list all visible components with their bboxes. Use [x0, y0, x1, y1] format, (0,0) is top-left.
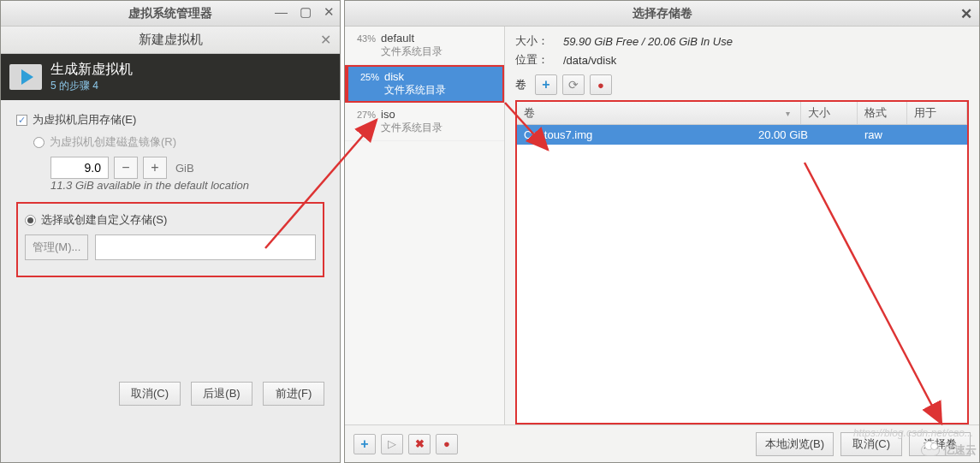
storage-path-input[interactable] — [95, 234, 316, 260]
col-fmt[interactable]: 格式 — [858, 102, 907, 124]
enable-storage-checkbox[interactable] — [16, 115, 27, 126]
plus-icon: + — [360, 436, 368, 452]
dialog-close-icon[interactable]: ✕ — [320, 32, 331, 48]
pool-detail: 大小： 59.90 GiB Free / 20.06 GiB In Use 位置… — [505, 27, 979, 424]
volume-fmt: raw — [858, 125, 907, 145]
select-volume-window: 选择存储卷 ✕ 43% default文件系统目录 25% disk文件系统目录… — [344, 0, 980, 463]
custom-storage-box: 选择或创建自定义存储(S) 管理(M)... — [16, 202, 324, 277]
size-value: 59.90 GiB Free / 20.06 GiB In Use — [563, 35, 733, 48]
col-size[interactable]: 大小 — [801, 102, 858, 124]
delete-volume-button[interactable]: ● — [590, 74, 612, 95]
delete-pool-button[interactable]: ● — [436, 434, 458, 454]
select-volume-title: 选择存储卷 — [633, 6, 692, 21]
stop-pool-button[interactable]: ✖ — [408, 434, 431, 454]
local-browse-button[interactable]: 本地浏览(B) — [756, 432, 834, 456]
volume-close-icon[interactable]: ✕ — [960, 5, 972, 23]
banner-step: 5 的步骤 4 — [50, 79, 133, 93]
volume-cancel-button[interactable]: 取消(C) — [840, 432, 902, 456]
maximize-icon[interactable]: ▢ — [300, 4, 312, 20]
minimize-icon[interactable]: — — [275, 4, 288, 20]
custom-storage-radio[interactable] — [25, 215, 36, 226]
delete-icon: ● — [443, 437, 450, 450]
size-label: 大小： — [515, 33, 556, 49]
vm-manager-title: 虚拟系统管理器 — [128, 6, 212, 21]
new-volume-button[interactable]: + — [535, 74, 557, 95]
play-icon: ▷ — [388, 437, 396, 450]
choose-volume-button[interactable]: 选择卷 — [909, 432, 971, 456]
spin-plus-button[interactable]: + — [143, 157, 167, 179]
col-use[interactable]: 用于 — [907, 102, 967, 124]
disk-size-row: − + GiB — [50, 157, 324, 179]
custom-storage-label: 选择或创建自定义存储(S) — [41, 212, 167, 228]
sort-icon: ▾ — [786, 109, 790, 118]
back-button[interactable]: 后退(B) — [191, 382, 252, 406]
wizard-banner: 生成新虚拟机 5 的步骤 4 — [1, 54, 340, 100]
create-disk-radio[interactable] — [33, 137, 45, 148]
location-label: 位置： — [515, 52, 556, 68]
select-volume-footer: + ▷ ✖ ● 本地浏览(B) 取消(C) 选择卷 — [345, 424, 979, 462]
create-disk-label: 为虚拟机创建磁盘镜像(R) — [50, 134, 176, 150]
pool-item-disk[interactable]: 25% disk文件系统目录 — [345, 65, 504, 103]
available-space-note: 11.3 GiB available in the default locati… — [50, 179, 324, 192]
close-icon[interactable]: ✕ — [324, 4, 335, 20]
cancel-button[interactable]: 取消(C) — [119, 382, 181, 406]
volume-row[interactable]: Centous7.img 20.00 GiB raw — [517, 125, 967, 145]
refresh-button[interactable]: ⟳ — [562, 74, 585, 95]
volume-table: 卷▾ 大小 格式 用于 Centous7.img 20.00 GiB raw — [515, 100, 969, 424]
start-pool-button[interactable]: ▷ — [381, 434, 403, 454]
delete-icon: ● — [597, 79, 604, 92]
pool-item-default[interactable]: 43% default文件系统目录 — [345, 27, 504, 65]
refresh-icon: ⟳ — [568, 78, 579, 92]
add-pool-button[interactable]: + — [353, 434, 376, 454]
volume-name: Centous7.img — [517, 125, 751, 145]
forward-button[interactable]: 前进(F) — [263, 382, 324, 406]
vm-manager-titlebar: 虚拟系统管理器 — ▢ ✕ — [1, 1, 340, 27]
location-value: /data/vdisk — [563, 54, 616, 67]
vm-play-icon — [9, 64, 42, 90]
spin-minus-button[interactable]: − — [114, 157, 138, 179]
manage-button[interactable]: 管理(M)... — [25, 234, 88, 260]
enable-storage-label: 为虚拟机启用存储(E) — [33, 112, 136, 128]
storage-pool-list: 43% default文件系统目录 25% disk文件系统目录 27% iso… — [345, 27, 505, 424]
pool-item-iso[interactable]: 27% iso文件系统目录 — [345, 103, 504, 141]
volume-table-header: 卷▾ 大小 格式 用于 — [517, 102, 967, 125]
storage-form: 为虚拟机启用存储(E) 为虚拟机创建磁盘镜像(R) − + GiB 11.3 G… — [1, 100, 340, 286]
vm-manager-window: 虚拟系统管理器 — ▢ ✕ 新建虚拟机 ✕ 生成新虚拟机 5 的步骤 4 为虚拟… — [0, 0, 341, 463]
col-name[interactable]: 卷▾ — [517, 102, 801, 124]
plus-icon: + — [542, 77, 549, 92]
disk-size-input[interactable] — [50, 157, 109, 179]
volume-size: 20.00 GiB — [751, 125, 858, 145]
new-vm-dialog-title: 新建虚拟机 ✕ — [1, 27, 340, 54]
volume-toolbar: 卷 + ⟳ ● — [515, 74, 969, 95]
volume-use — [907, 125, 967, 145]
volume-label: 卷 — [515, 77, 526, 92]
wizard-buttons: 取消(C) 后退(B) 前进(F) — [119, 382, 324, 406]
stop-icon: ✖ — [415, 437, 425, 450]
select-volume-titlebar: 选择存储卷 ✕ — [345, 1, 979, 27]
disk-size-unit: GiB — [175, 162, 194, 175]
banner-title: 生成新虚拟机 — [50, 61, 133, 79]
